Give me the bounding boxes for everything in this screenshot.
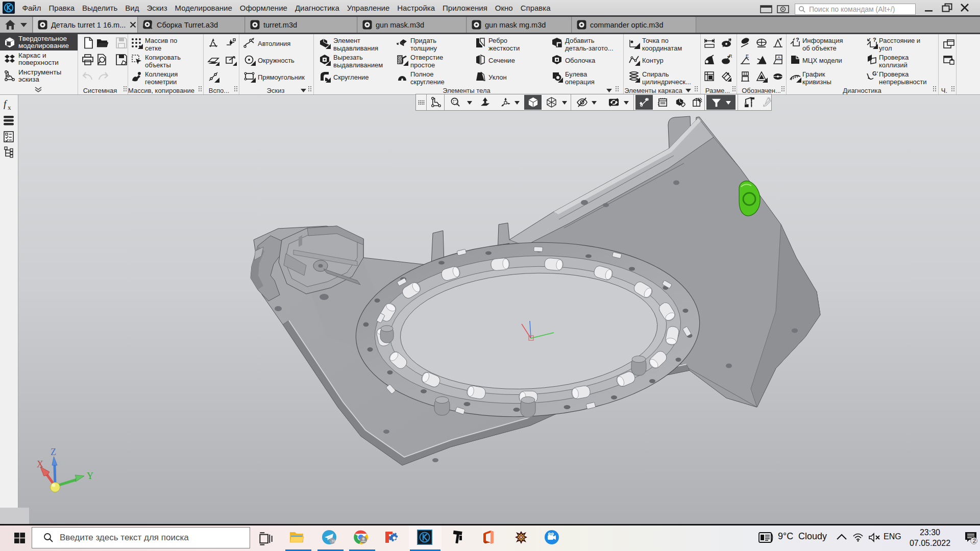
svg-text:X: X (37, 459, 43, 469)
svg-text:?: ? (873, 37, 876, 43)
svg-text:A: A (777, 55, 780, 60)
svg-text:Z: Z (51, 447, 56, 457)
svg-text:E: E (746, 54, 749, 59)
svg-text:x: x (8, 104, 11, 111)
svg-text:f: f (4, 98, 8, 109)
svg-text:..91: ..91 (330, 539, 336, 543)
svg-text:?: ? (796, 37, 799, 43)
svg-text:G?: G? (872, 70, 878, 77)
svg-text:R: R (729, 54, 732, 59)
svg-text:Y: Y (87, 471, 93, 481)
svg-text:2: 2 (973, 538, 976, 544)
